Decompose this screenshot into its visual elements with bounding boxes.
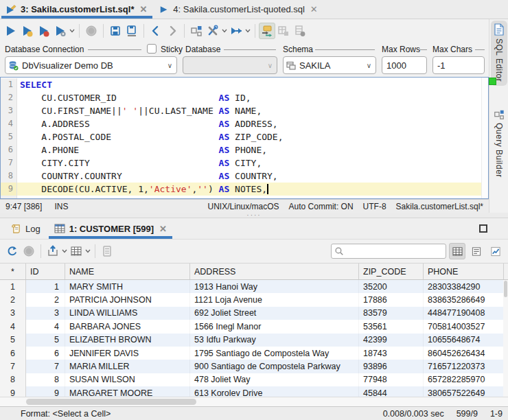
table-cell[interactable]: 838635286649 xyxy=(424,293,504,306)
back-button[interactable] xyxy=(148,23,164,39)
column-header-id[interactable]: ID xyxy=(26,264,65,279)
column-header-zip_code[interactable]: ZIP_CODE xyxy=(359,264,424,279)
table-row[interactable]: 22PATRICIA JOHNSON1121 Loja Avenue178868… xyxy=(0,293,508,306)
table-row[interactable]: 33LINDA WILLIAMS692 Joliet Street8357944… xyxy=(0,307,508,320)
text-view-toggle[interactable] xyxy=(468,243,485,259)
tools-button[interactable] xyxy=(205,23,221,39)
schema-select[interactable]: SAKILA ∨ xyxy=(283,56,376,74)
close-icon[interactable]: ✕ xyxy=(138,4,147,14)
search-input[interactable] xyxy=(347,246,443,256)
forward-button[interactable] xyxy=(164,23,181,39)
table-cell[interactable]: BARBARA JONES xyxy=(65,320,190,333)
table-cell[interactable]: 1795 Santiago de Compostela Way xyxy=(190,347,359,360)
table-cell[interactable]: 657282285970 xyxy=(424,373,504,386)
execute-buffer-button[interactable] xyxy=(36,23,52,39)
stop-result-button[interactable] xyxy=(21,243,37,259)
table-cell[interactable]: 1566 Inegl Manor xyxy=(190,320,359,333)
table-row[interactable]: 11MARY SMITH1913 Hanoi Way35200283033842… xyxy=(0,280,508,293)
database-select[interactable]: ∨ xyxy=(183,56,277,74)
table-cell[interactable]: MARGARET MOORE xyxy=(65,386,190,397)
pin-results-toggle[interactable] xyxy=(259,23,275,39)
table-cell[interactable]: 53 Idfu Parkway xyxy=(190,334,359,347)
table-cell[interactable]: 45844 xyxy=(359,386,424,397)
table-cell[interactable]: 1 xyxy=(26,280,65,293)
table-cell[interactable]: 9 xyxy=(26,386,65,397)
table-row[interactable]: 88SUSAN WILSON478 Joliet Way779486572822… xyxy=(0,373,508,386)
aggregate-button[interactable] xyxy=(99,243,115,259)
close-icon[interactable]: ✕ xyxy=(158,224,167,234)
side-tab-query-builder[interactable]: Query Builder xyxy=(491,106,507,182)
table-cell[interactable]: 478 Joliet Way xyxy=(190,373,359,386)
tab-customer-result[interactable]: 1: CUSTOMER [599] ✕ xyxy=(47,218,174,239)
table-cell[interactable]: 42399 xyxy=(359,334,424,347)
execute-current-button[interactable] xyxy=(19,23,36,39)
code-line-2[interactable]: 2 CU.CUSTOMER_ID AS ID, xyxy=(1,91,488,104)
editor-vertical-scrollbar[interactable] xyxy=(481,78,488,198)
table-cell[interactable]: 860452626434 xyxy=(424,347,504,360)
table-cell[interactable]: 448477190408 xyxy=(424,307,504,320)
table-cell[interactable]: 53561 xyxy=(359,320,424,333)
table-cell[interactable]: 4 xyxy=(26,320,65,333)
stop-button[interactable] xyxy=(83,23,100,39)
max-chars-input[interactable] xyxy=(432,56,485,74)
table-cell[interactable]: 900 Santiago de Compostela Parkway xyxy=(190,360,359,373)
code-line-7[interactable]: 7 CITY.CITY AS CITY, xyxy=(1,156,488,170)
table-cell[interactable]: 613 Korolev Drive xyxy=(190,386,359,397)
keep-results-button[interactable] xyxy=(275,23,292,39)
max-rows-input[interactable] xyxy=(382,56,427,74)
table-cell[interactable]: 692 Joliet Street xyxy=(190,307,359,320)
table-cell[interactable]: 1121 Loja Avenue xyxy=(190,293,359,306)
close-icon[interactable]: ✕ xyxy=(309,4,318,14)
table-row[interactable]: 77MARIA MILLER900 Santiago de Compostela… xyxy=(0,360,508,373)
table-cell[interactable]: 77948 xyxy=(359,373,424,386)
table-cell[interactable]: 2 xyxy=(26,293,65,306)
table-cell[interactable]: 35200 xyxy=(359,280,424,293)
execute-dropdown-chevron[interactable] xyxy=(69,23,76,39)
column-header-phone[interactable]: PHONE xyxy=(424,264,504,279)
table-cell[interactable]: 5 xyxy=(26,334,65,347)
grid-options-button[interactable] xyxy=(68,243,84,259)
table-cell[interactable]: 93896 xyxy=(359,360,424,373)
code-line-8[interactable]: 8 COUNTRY.COUNTRY AS COUNTRY, xyxy=(1,170,488,183)
result-sets-button[interactable] xyxy=(292,23,308,39)
table-cell[interactable]: 18743 xyxy=(359,347,424,360)
table-cell[interactable]: JENNIFER DAVIS xyxy=(65,347,190,360)
column-header-address[interactable]: ADDRESS xyxy=(190,264,359,279)
side-tab-sql-editor[interactable]: SQL Editor xyxy=(491,21,507,86)
table-cell[interactable]: 17886 xyxy=(359,293,424,306)
table-row[interactable]: 66JENNIFER DAVIS1795 Santiago de Compost… xyxy=(0,347,508,360)
grid-vertical-scrollbar[interactable] xyxy=(503,280,508,397)
chart-view-toggle[interactable] xyxy=(487,243,504,259)
code-line-1[interactable]: 1SELECT xyxy=(1,78,488,91)
column-header-name[interactable]: NAME xyxy=(65,264,190,279)
grid-view-toggle[interactable] xyxy=(449,243,465,259)
sql-commander-icon-button[interactable] xyxy=(188,23,205,39)
sticky-checkbox[interactable] xyxy=(147,44,157,54)
code-line-6[interactable]: 6 A.PHONE AS PHONE, xyxy=(1,143,488,156)
tab-sakila-customerlist[interactable]: 3: Sakila.customerList.sql* ✕ xyxy=(0,0,154,19)
table-cell[interactable]: 10655648674 xyxy=(424,334,504,347)
connection-select[interactable]: DbVisualizer Demo DB ∨ xyxy=(5,56,177,74)
tools-dropdown-chevron[interactable] xyxy=(221,23,228,39)
table-cell[interactable]: ELIZABETH BROWN xyxy=(65,334,190,347)
table-cell[interactable]: 380657522649 xyxy=(424,386,504,397)
code-line-5[interactable]: 5 A.POSTAL_CODE AS ZIP_CODE, xyxy=(1,130,488,143)
table-cell[interactable]: 83579 xyxy=(359,307,424,320)
maximize-icon[interactable] xyxy=(479,224,487,233)
table-cell[interactable]: MARIA MILLER xyxy=(65,360,190,373)
sql-editor[interactable]: 1SELECT2 CU.CUSTOMER_ID AS ID,3 CU.FIRST… xyxy=(0,77,489,199)
table-row[interactable]: 44BARBARA JONES1566 Inegl Manor535617058… xyxy=(0,320,508,333)
table-cell[interactable]: 7 xyxy=(26,360,65,373)
table-cell[interactable]: 6 xyxy=(26,347,65,360)
save-button[interactable] xyxy=(107,23,124,39)
code-line-4[interactable]: 4 A.ADDRESS AS ADDRESS, xyxy=(1,117,488,130)
code-line-10[interactable]: 10 CU.STORE_ID AS SID xyxy=(1,196,488,199)
table-cell[interactable]: PATRICIA JOHNSON xyxy=(65,293,190,306)
table-cell[interactable]: SUSAN WILSON xyxy=(65,373,190,386)
table-cell[interactable]: LINDA WILLIAMS xyxy=(65,307,190,320)
table-row[interactable]: 55ELIZABETH BROWN53 Idfu Parkway42399106… xyxy=(0,334,508,347)
column-header-rownum[interactable]: * xyxy=(0,264,26,279)
grid-horizontal-scrollbar[interactable] xyxy=(0,397,508,406)
panel-splitter[interactable]: ···· xyxy=(0,213,508,218)
continue-execution-button[interactable] xyxy=(228,23,244,39)
